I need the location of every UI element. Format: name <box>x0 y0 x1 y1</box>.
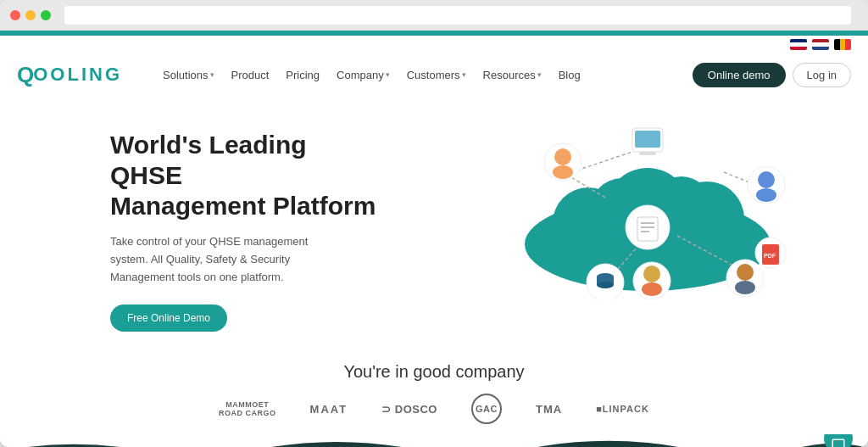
svg-point-16 <box>553 165 573 179</box>
traffic-lights <box>10 10 51 20</box>
login-button[interactable]: Log in <box>793 63 851 87</box>
svg-rect-13 <box>639 152 656 155</box>
chevron-down-icon: ▾ <box>537 70 542 79</box>
flag-be[interactable] <box>834 39 851 50</box>
chat-icon <box>831 438 846 447</box>
free-demo-button[interactable]: Free Online Demo <box>110 305 227 332</box>
nav-item-company[interactable]: Company ▾ <box>330 65 397 85</box>
hero-subtitle: Take control of your QHSE management sys… <box>110 233 348 286</box>
logo-maat: MAAT <box>310 403 348 416</box>
close-button[interactable] <box>10 10 20 20</box>
nav-label-product: Product <box>231 69 270 81</box>
nav-item-blog[interactable]: Blog <box>552 65 587 85</box>
logo-dosco: ⊃ DOSCO <box>381 403 437 416</box>
svg-point-26 <box>642 282 662 296</box>
svg-point-29 <box>735 281 755 294</box>
flag-uk[interactable] <box>790 39 807 50</box>
svg-text:PDF: PDF <box>764 253 776 259</box>
nav-actions: Online demo Log in <box>693 63 851 87</box>
nav-label-resources: Resources <box>483 69 536 81</box>
nav-item-solutions[interactable]: Solutions ▾ <box>156 65 220 85</box>
logo[interactable]: Q OOLING <box>17 62 122 88</box>
chevron-down-icon: ▾ <box>210 70 214 79</box>
online-demo-button[interactable]: Online demo <box>693 63 786 87</box>
nav-label-pricing: Pricing <box>286 69 320 81</box>
company-section: You're in good company MAMMOETROAD CARGO… <box>0 349 868 434</box>
maximize-button[interactable] <box>41 10 51 20</box>
minimize-button[interactable] <box>25 10 36 20</box>
nav-links: Solutions ▾ Product Pricing Company ▾ Cu… <box>156 65 693 85</box>
svg-point-25 <box>643 265 660 282</box>
chat-button[interactable] <box>824 434 853 447</box>
nav-label-customers: Customers <box>407 69 460 81</box>
svg-point-23 <box>597 282 614 288</box>
nav-item-customers[interactable]: Customers ▾ <box>400 65 473 85</box>
navigation: Q OOLING Solutions ▾ Product Pricing Com… <box>0 53 868 96</box>
chevron-down-icon: ▾ <box>386 70 390 79</box>
page-content: Q OOLING Solutions ▾ Product Pricing Com… <box>0 31 868 447</box>
nav-item-resources[interactable]: Resources ▾ <box>476 65 548 85</box>
svg-point-15 <box>554 148 571 165</box>
hero-illustration: PDF <box>478 104 800 299</box>
hero-title: World's Leading QHSEManagement Platform <box>110 130 381 221</box>
logo-mammoet: MAMMOETROAD CARGO <box>219 400 276 419</box>
logo-q: Q <box>17 62 33 88</box>
nav-label-company: Company <box>337 69 384 81</box>
svg-rect-31 <box>637 217 658 241</box>
nav-item-product[interactable]: Product <box>225 65 276 85</box>
chevron-down-icon: ▾ <box>462 70 466 79</box>
nav-label-solutions: Solutions <box>163 69 208 81</box>
logos-row: MAMMOETROAD CARGO MAAT ⊃ DOSCO GAC TMA ■… <box>17 394 851 424</box>
company-section-title: You're in good company <box>17 362 851 382</box>
svg-point-19 <box>756 188 776 202</box>
hero-text: World's Leading QHSEManagement Platform … <box>110 121 381 332</box>
browser-chrome <box>0 0 868 31</box>
logo-linpack: ■linpack <box>596 404 649 414</box>
svg-point-18 <box>758 171 775 188</box>
svg-rect-12 <box>635 131 660 148</box>
logo-tma: TMA <box>536 403 562 416</box>
nav-label-blog: Blog <box>559 69 581 81</box>
bottom-wave-section <box>0 434 868 447</box>
address-bar[interactable] <box>64 6 851 25</box>
logo-gac: GAC <box>471 394 502 424</box>
language-bar <box>0 36 868 53</box>
nav-item-pricing[interactable]: Pricing <box>279 65 326 85</box>
svg-point-28 <box>737 264 754 281</box>
logo-rest: OOLING <box>33 64 122 86</box>
hero-section: World's Leading QHSEManagement Platform … <box>0 96 868 349</box>
flag-nl[interactable] <box>812 39 829 50</box>
